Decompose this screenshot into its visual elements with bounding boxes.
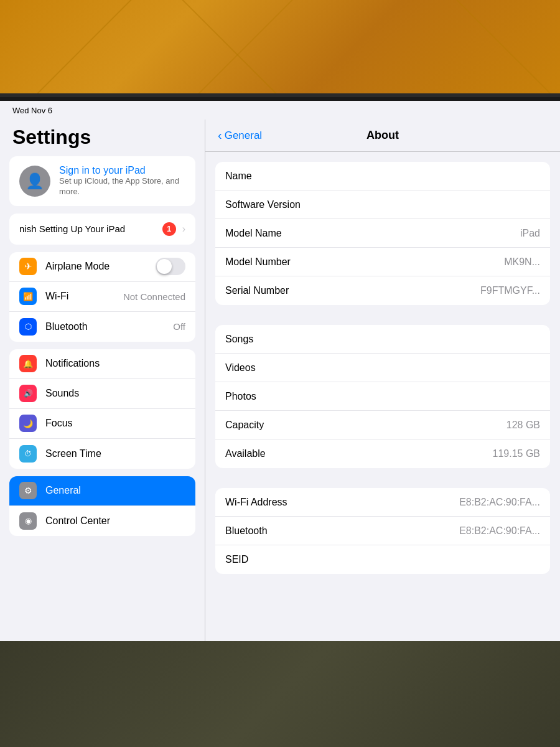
setup-badge: 1 xyxy=(162,222,176,236)
back-button[interactable]: ‹ General xyxy=(218,128,262,143)
sign-in-card[interactable]: 👤 Sign in to your iPad Set up iCloud, th… xyxy=(9,156,195,206)
sidebar-item-sounds[interactable]: 🔊 Sounds xyxy=(9,379,195,409)
detail-row-photos: Photos xyxy=(215,382,550,411)
sign-in-title: Sign in to your iPad xyxy=(59,165,185,176)
back-label: General xyxy=(225,129,262,142)
detail-list: Name Software Version Model Name iPad xyxy=(205,152,560,641)
photos-label: Photos xyxy=(225,391,540,402)
sign-in-subtitle: Set up iCloud, the App Store, and more. xyxy=(59,176,185,197)
detail-row-model-name: Model Name iPad xyxy=(215,219,550,248)
background-top xyxy=(0,0,560,109)
sidebar-item-general[interactable]: ⚙ General xyxy=(9,476,195,506)
airplane-label: Airplane Mode xyxy=(45,261,147,272)
airplane-toggle[interactable] xyxy=(156,258,185,275)
wifi-label: Wi-Fi xyxy=(45,291,114,302)
sidebar: Settings 👤 Sign in to your iPad Set up i… xyxy=(0,120,205,641)
general-label: General xyxy=(45,485,185,496)
name-label: Name xyxy=(225,171,540,182)
status-bar: Wed Nov 6 xyxy=(0,101,560,120)
settings-title: Settings xyxy=(0,120,205,156)
wifi-address-label: Wi-Fi Address xyxy=(225,497,459,508)
wifi-icon: 📶 xyxy=(19,288,37,305)
sidebar-item-notifications[interactable]: 🔔 Notifications xyxy=(9,349,195,379)
detail-section-storage: Songs Videos Photos Capacity xyxy=(215,325,550,468)
screen-time-label: Screen Time xyxy=(45,448,185,459)
model-name-value: iPad xyxy=(520,228,540,239)
detail-row-seid: SEID xyxy=(215,545,550,574)
model-number-label: Model Number xyxy=(225,256,504,268)
wifi-value: Not Connected xyxy=(123,291,185,302)
section-spacer-4 xyxy=(205,584,560,594)
sidebar-item-screen-time[interactable]: ⏱ Screen Time xyxy=(9,439,195,469)
header-inner: ‹ General About xyxy=(218,128,548,143)
section-spacer-3 xyxy=(205,574,560,584)
serial-label: Serial Number xyxy=(225,285,480,296)
model-number-value: MK9N... xyxy=(504,256,540,268)
software-label: Software Version xyxy=(225,199,540,210)
control-center-icon: ◉ xyxy=(19,512,37,530)
sidebar-item-control-center[interactable]: ◉ Control Center xyxy=(9,506,195,536)
control-center-label: Control Center xyxy=(45,515,185,527)
detail-row-videos: Videos xyxy=(215,354,550,382)
background-bottom xyxy=(0,641,560,747)
seid-label: SEID xyxy=(225,554,540,565)
detail-header: ‹ General About xyxy=(205,120,560,152)
sidebar-item-airplane[interactable]: ✈ Airplane Mode xyxy=(9,252,195,282)
setup-row[interactable]: nish Setting Up Your iPad 1 › xyxy=(9,214,195,245)
status-time: Wed Nov 6 xyxy=(12,106,52,115)
detail-row-capacity: Capacity 128 GB xyxy=(215,411,550,439)
sidebar-section-connectivity: ✈ Airplane Mode 📶 Wi-Fi Not Connected ⬡ … xyxy=(9,252,195,342)
available-label: Available xyxy=(225,448,493,459)
detail-row-serial: Serial Number F9FTMGYF... xyxy=(215,276,550,305)
setup-label: nish Setting Up Your iPad xyxy=(19,223,156,234)
sign-in-text: Sign in to your iPad Set up iCloud, the … xyxy=(59,165,185,197)
ipad-screen: Wed Nov 6 Settings 👤 Sign in to your iPa… xyxy=(0,101,560,641)
detail-section-identity: Name Software Version Model Name iPad xyxy=(215,162,550,305)
general-icon: ⚙ xyxy=(19,482,37,499)
bluetooth-label: Bluetooth xyxy=(45,321,164,332)
detail-title: About xyxy=(218,129,548,142)
songs-label: Songs xyxy=(225,334,540,345)
sidebar-section-advanced: ⚙ General ◉ Control Center xyxy=(9,476,195,536)
airplane-icon: ✈ xyxy=(19,258,37,275)
focus-label: Focus xyxy=(45,418,185,429)
detail-row-bluetooth-address: Bluetooth E8:B2:AC:90:FA... xyxy=(215,517,550,545)
section-spacer-1 xyxy=(205,305,560,315)
wifi-address-value: E8:B2:AC:90:FA... xyxy=(459,497,540,508)
serial-value: F9FTMGYF... xyxy=(480,285,540,296)
detail-row-model-number: Model Number MK9N... xyxy=(215,248,550,276)
detail-row-songs: Songs xyxy=(215,325,550,354)
bluetooth-icon: ⬡ xyxy=(19,318,37,336)
videos-label: Videos xyxy=(225,362,540,374)
detail-row-name: Name xyxy=(215,162,550,190)
sounds-label: Sounds xyxy=(45,388,185,399)
section-spacer-2 xyxy=(205,468,560,478)
screen-content: Settings 👤 Sign in to your iPad Set up i… xyxy=(0,120,560,641)
sounds-icon: 🔊 xyxy=(19,385,37,402)
bluetooth-value: Off xyxy=(173,321,185,332)
detail-row-wifi-address: Wi-Fi Address E8:B2:AC:90:FA... xyxy=(215,488,550,517)
detail-row-available: Available 119.15 GB xyxy=(215,439,550,468)
focus-icon: 🌙 xyxy=(19,415,37,432)
main-content: ‹ General About Name xyxy=(205,120,560,641)
sidebar-item-bluetooth[interactable]: ⬡ Bluetooth Off xyxy=(9,312,195,342)
sidebar-item-focus[interactable]: 🌙 Focus xyxy=(9,409,195,439)
notifications-icon: 🔔 xyxy=(19,355,37,372)
detail-section-network: Wi-Fi Address E8:B2:AC:90:FA... Bluetoot… xyxy=(215,488,550,574)
available-value: 119.15 GB xyxy=(493,448,541,459)
capacity-value: 128 GB xyxy=(506,420,540,431)
back-chevron-icon: ‹ xyxy=(218,128,222,143)
screen-time-icon: ⏱ xyxy=(19,445,37,463)
capacity-label: Capacity xyxy=(225,420,506,431)
ipad-frame: Wed Nov 6 Settings 👤 Sign in to your iPa… xyxy=(0,93,560,641)
sidebar-section-system: 🔔 Notifications 🔊 Sounds 🌙 Focus ⏱ Scree… xyxy=(9,349,195,469)
bluetooth-address-value: E8:B2:AC:90:FA... xyxy=(459,525,540,537)
chevron-right-icon: › xyxy=(182,223,185,235)
detail-row-software: Software Version xyxy=(215,190,550,219)
person-icon: 👤 xyxy=(26,172,44,190)
avatar: 👤 xyxy=(19,166,50,197)
notifications-label: Notifications xyxy=(45,358,185,369)
model-name-label: Model Name xyxy=(225,228,520,239)
sidebar-item-wifi[interactable]: 📶 Wi-Fi Not Connected xyxy=(9,282,195,312)
bluetooth-address-label: Bluetooth xyxy=(225,525,459,537)
